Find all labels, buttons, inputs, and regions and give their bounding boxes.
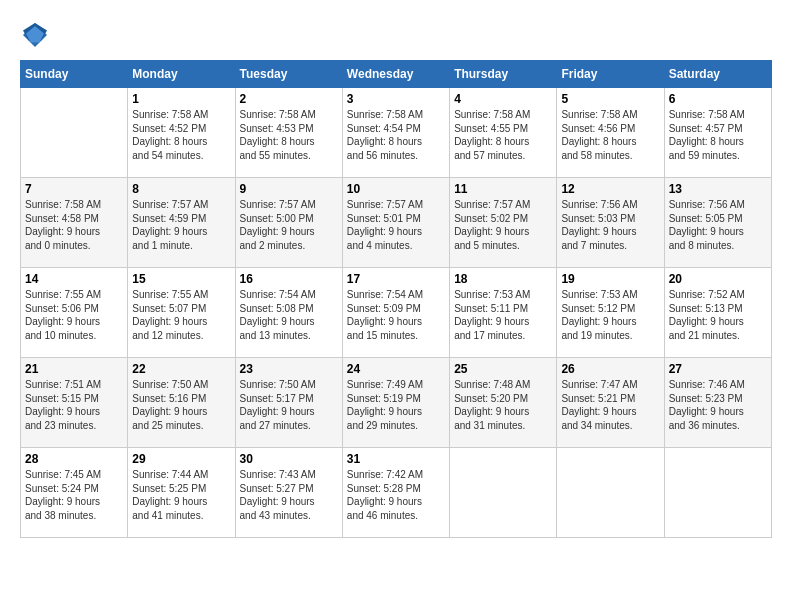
calendar-cell: 1Sunrise: 7:58 AM Sunset: 4:52 PM Daylig… (128, 88, 235, 178)
calendar-cell: 14Sunrise: 7:55 AM Sunset: 5:06 PM Dayli… (21, 268, 128, 358)
day-info: Sunrise: 7:54 AM Sunset: 5:08 PM Dayligh… (240, 288, 338, 342)
day-info: Sunrise: 7:50 AM Sunset: 5:17 PM Dayligh… (240, 378, 338, 432)
calendar-cell: 16Sunrise: 7:54 AM Sunset: 5:08 PM Dayli… (235, 268, 342, 358)
day-info: Sunrise: 7:57 AM Sunset: 5:01 PM Dayligh… (347, 198, 445, 252)
calendar-week-row: 21Sunrise: 7:51 AM Sunset: 5:15 PM Dayli… (21, 358, 772, 448)
day-number: 8 (132, 182, 230, 196)
column-header-wednesday: Wednesday (342, 61, 449, 88)
calendar-cell: 30Sunrise: 7:43 AM Sunset: 5:27 PM Dayli… (235, 448, 342, 538)
column-header-monday: Monday (128, 61, 235, 88)
day-number: 21 (25, 362, 123, 376)
day-number: 27 (669, 362, 767, 376)
day-number: 10 (347, 182, 445, 196)
calendar-cell: 25Sunrise: 7:48 AM Sunset: 5:20 PM Dayli… (450, 358, 557, 448)
calendar-cell (21, 88, 128, 178)
day-info: Sunrise: 7:58 AM Sunset: 4:52 PM Dayligh… (132, 108, 230, 162)
day-number: 7 (25, 182, 123, 196)
day-number: 4 (454, 92, 552, 106)
column-header-tuesday: Tuesday (235, 61, 342, 88)
day-number: 25 (454, 362, 552, 376)
day-info: Sunrise: 7:42 AM Sunset: 5:28 PM Dayligh… (347, 468, 445, 522)
day-info: Sunrise: 7:45 AM Sunset: 5:24 PM Dayligh… (25, 468, 123, 522)
day-info: Sunrise: 7:58 AM Sunset: 4:56 PM Dayligh… (561, 108, 659, 162)
logo-icon (20, 20, 50, 50)
calendar-cell: 2Sunrise: 7:58 AM Sunset: 4:53 PM Daylig… (235, 88, 342, 178)
day-number: 20 (669, 272, 767, 286)
calendar-cell: 17Sunrise: 7:54 AM Sunset: 5:09 PM Dayli… (342, 268, 449, 358)
calendar-cell: 22Sunrise: 7:50 AM Sunset: 5:16 PM Dayli… (128, 358, 235, 448)
calendar-cell: 27Sunrise: 7:46 AM Sunset: 5:23 PM Dayli… (664, 358, 771, 448)
day-info: Sunrise: 7:57 AM Sunset: 5:02 PM Dayligh… (454, 198, 552, 252)
calendar-table: SundayMondayTuesdayWednesdayThursdayFrid… (20, 60, 772, 538)
day-info: Sunrise: 7:57 AM Sunset: 4:59 PM Dayligh… (132, 198, 230, 252)
column-header-thursday: Thursday (450, 61, 557, 88)
day-info: Sunrise: 7:56 AM Sunset: 5:03 PM Dayligh… (561, 198, 659, 252)
day-info: Sunrise: 7:44 AM Sunset: 5:25 PM Dayligh… (132, 468, 230, 522)
calendar-cell: 11Sunrise: 7:57 AM Sunset: 5:02 PM Dayli… (450, 178, 557, 268)
day-info: Sunrise: 7:58 AM Sunset: 4:54 PM Dayligh… (347, 108, 445, 162)
day-info: Sunrise: 7:58 AM Sunset: 4:55 PM Dayligh… (454, 108, 552, 162)
calendar-cell: 21Sunrise: 7:51 AM Sunset: 5:15 PM Dayli… (21, 358, 128, 448)
day-number: 15 (132, 272, 230, 286)
calendar-cell: 28Sunrise: 7:45 AM Sunset: 5:24 PM Dayli… (21, 448, 128, 538)
day-number: 14 (25, 272, 123, 286)
day-number: 19 (561, 272, 659, 286)
day-number: 1 (132, 92, 230, 106)
day-info: Sunrise: 7:43 AM Sunset: 5:27 PM Dayligh… (240, 468, 338, 522)
calendar-cell: 10Sunrise: 7:57 AM Sunset: 5:01 PM Dayli… (342, 178, 449, 268)
day-info: Sunrise: 7:53 AM Sunset: 5:11 PM Dayligh… (454, 288, 552, 342)
day-number: 17 (347, 272, 445, 286)
column-header-sunday: Sunday (21, 61, 128, 88)
calendar-cell: 19Sunrise: 7:53 AM Sunset: 5:12 PM Dayli… (557, 268, 664, 358)
calendar-cell: 6Sunrise: 7:58 AM Sunset: 4:57 PM Daylig… (664, 88, 771, 178)
calendar-cell: 29Sunrise: 7:44 AM Sunset: 5:25 PM Dayli… (128, 448, 235, 538)
day-number: 13 (669, 182, 767, 196)
calendar-cell: 13Sunrise: 7:56 AM Sunset: 5:05 PM Dayli… (664, 178, 771, 268)
calendar-cell: 4Sunrise: 7:58 AM Sunset: 4:55 PM Daylig… (450, 88, 557, 178)
day-number: 2 (240, 92, 338, 106)
calendar-cell: 15Sunrise: 7:55 AM Sunset: 5:07 PM Dayli… (128, 268, 235, 358)
day-number: 29 (132, 452, 230, 466)
day-info: Sunrise: 7:55 AM Sunset: 5:07 PM Dayligh… (132, 288, 230, 342)
day-info: Sunrise: 7:53 AM Sunset: 5:12 PM Dayligh… (561, 288, 659, 342)
calendar-week-row: 7Sunrise: 7:58 AM Sunset: 4:58 PM Daylig… (21, 178, 772, 268)
calendar-cell: 18Sunrise: 7:53 AM Sunset: 5:11 PM Dayli… (450, 268, 557, 358)
calendar-week-row: 14Sunrise: 7:55 AM Sunset: 5:06 PM Dayli… (21, 268, 772, 358)
day-info: Sunrise: 7:50 AM Sunset: 5:16 PM Dayligh… (132, 378, 230, 432)
calendar-cell: 3Sunrise: 7:58 AM Sunset: 4:54 PM Daylig… (342, 88, 449, 178)
page-header (20, 20, 772, 50)
day-info: Sunrise: 7:58 AM Sunset: 4:57 PM Dayligh… (669, 108, 767, 162)
day-info: Sunrise: 7:46 AM Sunset: 5:23 PM Dayligh… (669, 378, 767, 432)
logo (20, 20, 54, 50)
day-number: 26 (561, 362, 659, 376)
calendar-cell: 7Sunrise: 7:58 AM Sunset: 4:58 PM Daylig… (21, 178, 128, 268)
day-number: 16 (240, 272, 338, 286)
day-number: 30 (240, 452, 338, 466)
column-header-saturday: Saturday (664, 61, 771, 88)
calendar-cell: 8Sunrise: 7:57 AM Sunset: 4:59 PM Daylig… (128, 178, 235, 268)
day-info: Sunrise: 7:49 AM Sunset: 5:19 PM Dayligh… (347, 378, 445, 432)
day-number: 31 (347, 452, 445, 466)
day-info: Sunrise: 7:51 AM Sunset: 5:15 PM Dayligh… (25, 378, 123, 432)
day-number: 6 (669, 92, 767, 106)
calendar-cell (557, 448, 664, 538)
calendar-cell: 20Sunrise: 7:52 AM Sunset: 5:13 PM Dayli… (664, 268, 771, 358)
calendar-cell: 31Sunrise: 7:42 AM Sunset: 5:28 PM Dayli… (342, 448, 449, 538)
day-info: Sunrise: 7:52 AM Sunset: 5:13 PM Dayligh… (669, 288, 767, 342)
day-info: Sunrise: 7:56 AM Sunset: 5:05 PM Dayligh… (669, 198, 767, 252)
calendar-week-row: 1Sunrise: 7:58 AM Sunset: 4:52 PM Daylig… (21, 88, 772, 178)
day-number: 5 (561, 92, 659, 106)
calendar-header-row: SundayMondayTuesdayWednesdayThursdayFrid… (21, 61, 772, 88)
day-info: Sunrise: 7:47 AM Sunset: 5:21 PM Dayligh… (561, 378, 659, 432)
column-header-friday: Friday (557, 61, 664, 88)
day-number: 28 (25, 452, 123, 466)
day-number: 9 (240, 182, 338, 196)
calendar-cell: 5Sunrise: 7:58 AM Sunset: 4:56 PM Daylig… (557, 88, 664, 178)
calendar-cell: 23Sunrise: 7:50 AM Sunset: 5:17 PM Dayli… (235, 358, 342, 448)
calendar-cell: 9Sunrise: 7:57 AM Sunset: 5:00 PM Daylig… (235, 178, 342, 268)
day-number: 3 (347, 92, 445, 106)
day-number: 18 (454, 272, 552, 286)
calendar-cell: 24Sunrise: 7:49 AM Sunset: 5:19 PM Dayli… (342, 358, 449, 448)
calendar-cell: 12Sunrise: 7:56 AM Sunset: 5:03 PM Dayli… (557, 178, 664, 268)
day-number: 24 (347, 362, 445, 376)
